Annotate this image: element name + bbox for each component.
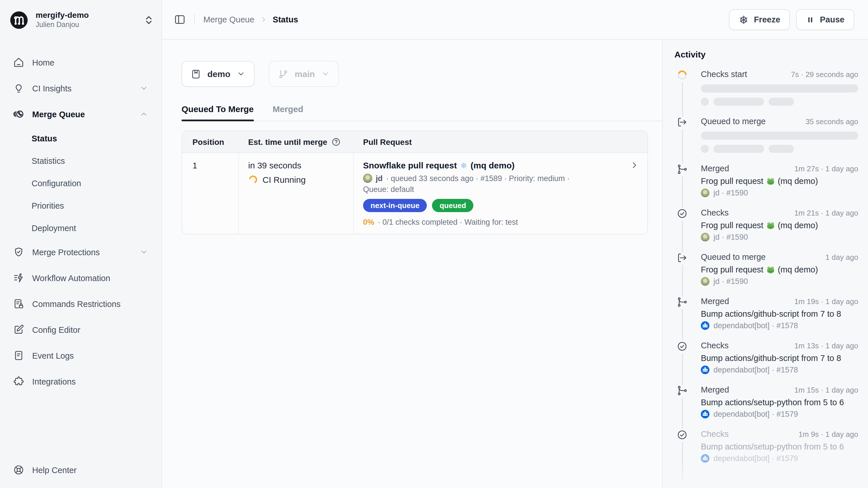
sidebar-item-workflow-automation[interactable]: Workflow Automation [8, 265, 153, 291]
snowflake-emoji: ❄ [460, 161, 467, 170]
badge-queued: queued [432, 199, 473, 212]
breadcrumb-chevron-icon [259, 16, 268, 24]
row-est-cell: in 39 seconds CI Running [239, 153, 354, 234]
sidebar-item-integrations[interactable]: Integrations [8, 368, 153, 394]
skeleton-avatar [701, 145, 709, 153]
table-header: Position Est. time until merge Pull Requ… [182, 131, 647, 153]
activity-pr-title: Frog pull request (mq demo) [701, 265, 858, 274]
skeleton-bar [713, 98, 764, 106]
merge-queue-subnav: Status Statistics Configuration Prioriti… [8, 127, 153, 239]
activity-item[interactable]: Merged1m 27s · 1 day ago Frog pull reque… [674, 164, 858, 197]
skeleton-bar [713, 145, 764, 153]
main-content: demo main Queued To Merge Merged Positio… [162, 40, 662, 488]
row-pr-cell: Snowflake pull request ❄ (mq demo) jd · … [354, 153, 647, 234]
activity-panel: Activity Checks start7s · 29 seconds ago [662, 40, 868, 488]
freeze-button[interactable]: Freeze [729, 9, 790, 30]
branch-select[interactable]: main [269, 61, 339, 87]
app-window: mergify-demo Julien Danjou Home CI Insig… [0, 0, 868, 488]
activity-bottom-fade [663, 464, 868, 488]
progress-percent: 0% [363, 218, 374, 227]
pr-author: jd [376, 174, 382, 182]
git-branch-icon [278, 69, 288, 79]
activity-item[interactable]: Queued to merge1 day ago Frog pull reque… [674, 252, 858, 286]
queued-to-merge-icon [674, 252, 690, 265]
sidebar-item-config-editor[interactable]: Config Editor [8, 317, 153, 343]
activity-pr-title: Bump actions/setup-python from 5 to 6 [701, 442, 858, 451]
merged-icon [674, 164, 690, 176]
life-buoy-icon [13, 464, 24, 476]
ci-running-spinner-icon [248, 175, 258, 184]
chevron-right-icon[interactable] [629, 161, 639, 170]
pause-icon [806, 15, 815, 24]
puzzle-icon [13, 376, 24, 387]
sidebar-toggle-icon[interactable] [174, 14, 186, 25]
activity-timeline: Checks start7s · 29 seconds ago Queued t… [674, 69, 858, 463]
tab-merged[interactable]: Merged [273, 104, 303, 121]
sidebar-item-merge-queue[interactable]: Merge Queue [8, 101, 153, 127]
org-switcher[interactable]: mergify-demo Julien Danjou [0, 0, 161, 40]
avatar-dependabot [701, 366, 709, 374]
avatar-jd [701, 189, 709, 197]
activity-item[interactable]: Merged1m 19s · 1 day ago Bump actions/gi… [674, 296, 858, 330]
sidebar-item-status[interactable]: Status [32, 127, 153, 149]
activity-item[interactable]: Checks1m 13s · 1 day ago Bump actions/gi… [674, 341, 858, 374]
sidebar-item-configuration[interactable]: Configuration [32, 172, 153, 194]
help-center-link[interactable]: Help Center [0, 464, 161, 488]
avatar-jd [701, 277, 709, 286]
chevrons-up-down-icon [144, 14, 153, 26]
chevron-down-icon [140, 248, 148, 256]
org-name: mergify-demo [36, 11, 89, 20]
pr-queue-line: Queue: default [363, 185, 639, 194]
lightbulb-icon [13, 83, 24, 94]
avatar-jd [363, 174, 372, 183]
frog-emoji [766, 265, 775, 274]
mergify-logo-icon [10, 11, 28, 29]
avatar-jd [701, 233, 709, 241]
activity-item[interactable]: Checks1m 9s · 1 day ago Bump actions/set… [674, 429, 858, 463]
queue-row[interactable]: 1 in 39 seconds CI Running Snowflake pul… [182, 153, 647, 234]
activity-title: Activity [674, 50, 858, 59]
activity-item[interactable]: Checks1m 21s · 1 day ago Frog pull reque… [674, 208, 858, 241]
row-ci-status: CI Running [262, 175, 306, 184]
activity-item[interactable]: Queued to merge35 seconds ago [674, 117, 858, 153]
breadcrumb-current: Status [273, 15, 298, 24]
top-header: Merge Queue Status Freeze Pause [162, 0, 868, 40]
repo-book-icon [191, 69, 201, 79]
badge-next-in-queue: next-in-queue [363, 199, 427, 212]
sidebar-item-statistics[interactable]: Statistics [32, 149, 153, 172]
queue-tabs: Queued To Merge Merged [182, 104, 662, 121]
avatar-dependabot [701, 410, 709, 419]
repository-select[interactable]: demo [182, 61, 254, 87]
skeleton-bar [701, 85, 858, 92]
column-pull-request: Pull Request [354, 131, 647, 152]
chevron-down-icon [321, 69, 330, 78]
sidebar-item-home[interactable]: Home [8, 50, 153, 75]
merged-icon [674, 296, 690, 309]
pause-button[interactable]: Pause [797, 9, 854, 30]
checks-icon [674, 429, 690, 442]
sidebar-item-deployment[interactable]: Deployment [32, 217, 153, 239]
sidebar-item-commands-restrictions[interactable]: Commands Restrictions [8, 291, 153, 317]
header-divider [194, 15, 195, 25]
sidebar-item-priorities[interactable]: Priorities [32, 194, 153, 217]
sidebar-nav: Home CI Insights Merge Queue Status Stat… [0, 40, 161, 464]
activity-item[interactable]: Merged1m 15s · 1 day ago Bump actions/se… [674, 385, 858, 419]
sidebar: mergify-demo Julien Danjou Home CI Insig… [0, 0, 162, 488]
avatar-dependabot [701, 321, 709, 330]
breadcrumb-parent[interactable]: Merge Queue [204, 15, 254, 24]
frog-emoji [766, 177, 775, 185]
sidebar-item-event-logs[interactable]: Event Logs [8, 343, 153, 368]
tab-queued-to-merge[interactable]: Queued To Merge [182, 104, 254, 121]
pr-title: Snowflake pull request ❄ (mq demo) [363, 161, 515, 170]
pencil-square-icon [13, 324, 24, 335]
help-circle-icon[interactable] [331, 137, 340, 146]
workflow-automation-icon [13, 272, 24, 283]
activity-item[interactable]: Checks start7s · 29 seconds ago [674, 69, 858, 106]
org-owner: Julien Danjou [36, 21, 89, 29]
sidebar-item-ci-insights[interactable]: CI Insights [8, 75, 153, 101]
checks-icon [674, 341, 690, 353]
shield-check-icon [13, 247, 24, 258]
activity-pr-title: Bump actions/github-script from 7 to 8 [701, 309, 858, 318]
sidebar-item-merge-protections[interactable]: Merge Protections [8, 239, 153, 265]
snowflake-icon [739, 15, 749, 24]
